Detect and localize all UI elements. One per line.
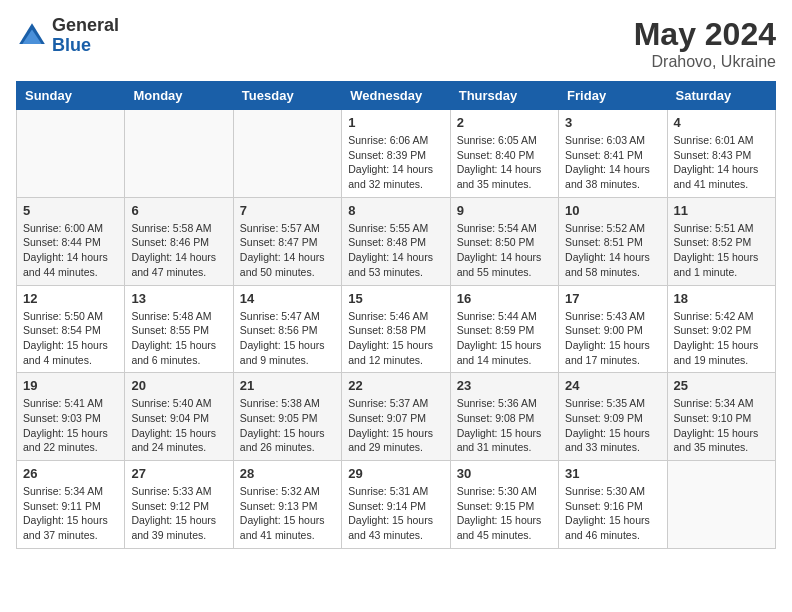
day-number: 3 bbox=[565, 115, 660, 130]
day-info: Sunrise: 5:32 AMSunset: 9:13 PMDaylight:… bbox=[240, 484, 335, 543]
calendar-cell: 4Sunrise: 6:01 AMSunset: 8:43 PMDaylight… bbox=[667, 110, 775, 198]
logo-text: General Blue bbox=[52, 16, 119, 56]
day-number: 23 bbox=[457, 378, 552, 393]
day-number: 27 bbox=[131, 466, 226, 481]
calendar-cell bbox=[233, 110, 341, 198]
calendar-cell: 11Sunrise: 5:51 AMSunset: 8:52 PMDayligh… bbox=[667, 197, 775, 285]
calendar-cell bbox=[667, 461, 775, 549]
day-info: Sunrise: 5:50 AMSunset: 8:54 PMDaylight:… bbox=[23, 309, 118, 368]
calendar-cell: 29Sunrise: 5:31 AMSunset: 9:14 PMDayligh… bbox=[342, 461, 450, 549]
logo-icon bbox=[16, 20, 48, 52]
day-info: Sunrise: 5:54 AMSunset: 8:50 PMDaylight:… bbox=[457, 221, 552, 280]
calendar-cell: 28Sunrise: 5:32 AMSunset: 9:13 PMDayligh… bbox=[233, 461, 341, 549]
day-number: 14 bbox=[240, 291, 335, 306]
calendar-cell: 18Sunrise: 5:42 AMSunset: 9:02 PMDayligh… bbox=[667, 285, 775, 373]
calendar-cell: 15Sunrise: 5:46 AMSunset: 8:58 PMDayligh… bbox=[342, 285, 450, 373]
logo-blue-text: Blue bbox=[52, 36, 119, 56]
calendar-cell: 22Sunrise: 5:37 AMSunset: 9:07 PMDayligh… bbox=[342, 373, 450, 461]
calendar-cell: 19Sunrise: 5:41 AMSunset: 9:03 PMDayligh… bbox=[17, 373, 125, 461]
day-number: 5 bbox=[23, 203, 118, 218]
day-number: 20 bbox=[131, 378, 226, 393]
day-info: Sunrise: 5:37 AMSunset: 9:07 PMDaylight:… bbox=[348, 396, 443, 455]
day-number: 11 bbox=[674, 203, 769, 218]
weekday-header-saturday: Saturday bbox=[667, 82, 775, 110]
day-number: 21 bbox=[240, 378, 335, 393]
day-info: Sunrise: 5:42 AMSunset: 9:02 PMDaylight:… bbox=[674, 309, 769, 368]
day-info: Sunrise: 5:48 AMSunset: 8:55 PMDaylight:… bbox=[131, 309, 226, 368]
day-info: Sunrise: 5:34 AMSunset: 9:11 PMDaylight:… bbox=[23, 484, 118, 543]
calendar-cell: 31Sunrise: 5:30 AMSunset: 9:16 PMDayligh… bbox=[559, 461, 667, 549]
calendar-cell: 25Sunrise: 5:34 AMSunset: 9:10 PMDayligh… bbox=[667, 373, 775, 461]
calendar-cell: 6Sunrise: 5:58 AMSunset: 8:46 PMDaylight… bbox=[125, 197, 233, 285]
day-info: Sunrise: 5:33 AMSunset: 9:12 PMDaylight:… bbox=[131, 484, 226, 543]
calendar-cell: 3Sunrise: 6:03 AMSunset: 8:41 PMDaylight… bbox=[559, 110, 667, 198]
day-number: 22 bbox=[348, 378, 443, 393]
day-info: Sunrise: 5:30 AMSunset: 9:15 PMDaylight:… bbox=[457, 484, 552, 543]
calendar-cell: 26Sunrise: 5:34 AMSunset: 9:11 PMDayligh… bbox=[17, 461, 125, 549]
day-number: 19 bbox=[23, 378, 118, 393]
day-number: 1 bbox=[348, 115, 443, 130]
calendar-cell: 10Sunrise: 5:52 AMSunset: 8:51 PMDayligh… bbox=[559, 197, 667, 285]
calendar-cell: 30Sunrise: 5:30 AMSunset: 9:15 PMDayligh… bbox=[450, 461, 558, 549]
day-info: Sunrise: 5:43 AMSunset: 9:00 PMDaylight:… bbox=[565, 309, 660, 368]
day-number: 29 bbox=[348, 466, 443, 481]
day-number: 17 bbox=[565, 291, 660, 306]
day-number: 8 bbox=[348, 203, 443, 218]
calendar-cell: 27Sunrise: 5:33 AMSunset: 9:12 PMDayligh… bbox=[125, 461, 233, 549]
day-info: Sunrise: 6:01 AMSunset: 8:43 PMDaylight:… bbox=[674, 133, 769, 192]
weekday-header-monday: Monday bbox=[125, 82, 233, 110]
calendar-cell: 21Sunrise: 5:38 AMSunset: 9:05 PMDayligh… bbox=[233, 373, 341, 461]
weekday-header-friday: Friday bbox=[559, 82, 667, 110]
calendar-week-row: 26Sunrise: 5:34 AMSunset: 9:11 PMDayligh… bbox=[17, 461, 776, 549]
calendar-table: SundayMondayTuesdayWednesdayThursdayFrid… bbox=[16, 81, 776, 549]
calendar-week-row: 1Sunrise: 6:06 AMSunset: 8:39 PMDaylight… bbox=[17, 110, 776, 198]
day-info: Sunrise: 5:44 AMSunset: 8:59 PMDaylight:… bbox=[457, 309, 552, 368]
calendar-cell: 9Sunrise: 5:54 AMSunset: 8:50 PMDaylight… bbox=[450, 197, 558, 285]
logo: General Blue bbox=[16, 16, 119, 56]
weekday-header-row: SundayMondayTuesdayWednesdayThursdayFrid… bbox=[17, 82, 776, 110]
day-info: Sunrise: 5:31 AMSunset: 9:14 PMDaylight:… bbox=[348, 484, 443, 543]
day-info: Sunrise: 5:36 AMSunset: 9:08 PMDaylight:… bbox=[457, 396, 552, 455]
day-info: Sunrise: 6:00 AMSunset: 8:44 PMDaylight:… bbox=[23, 221, 118, 280]
weekday-header-tuesday: Tuesday bbox=[233, 82, 341, 110]
calendar-title: May 2024 bbox=[634, 16, 776, 53]
calendar-cell bbox=[17, 110, 125, 198]
day-number: 30 bbox=[457, 466, 552, 481]
weekday-header-thursday: Thursday bbox=[450, 82, 558, 110]
day-info: Sunrise: 5:30 AMSunset: 9:16 PMDaylight:… bbox=[565, 484, 660, 543]
day-number: 26 bbox=[23, 466, 118, 481]
calendar-cell: 17Sunrise: 5:43 AMSunset: 9:00 PMDayligh… bbox=[559, 285, 667, 373]
day-number: 12 bbox=[23, 291, 118, 306]
day-number: 9 bbox=[457, 203, 552, 218]
logo-general-text: General bbox=[52, 16, 119, 36]
calendar-cell: 2Sunrise: 6:05 AMSunset: 8:40 PMDaylight… bbox=[450, 110, 558, 198]
calendar-cell: 24Sunrise: 5:35 AMSunset: 9:09 PMDayligh… bbox=[559, 373, 667, 461]
weekday-header-sunday: Sunday bbox=[17, 82, 125, 110]
day-number: 6 bbox=[131, 203, 226, 218]
day-info: Sunrise: 5:52 AMSunset: 8:51 PMDaylight:… bbox=[565, 221, 660, 280]
day-number: 10 bbox=[565, 203, 660, 218]
title-block: May 2024 Drahovo, Ukraine bbox=[634, 16, 776, 71]
day-info: Sunrise: 5:47 AMSunset: 8:56 PMDaylight:… bbox=[240, 309, 335, 368]
day-number: 4 bbox=[674, 115, 769, 130]
day-number: 18 bbox=[674, 291, 769, 306]
calendar-cell: 12Sunrise: 5:50 AMSunset: 8:54 PMDayligh… bbox=[17, 285, 125, 373]
day-info: Sunrise: 5:58 AMSunset: 8:46 PMDaylight:… bbox=[131, 221, 226, 280]
calendar-cell: 13Sunrise: 5:48 AMSunset: 8:55 PMDayligh… bbox=[125, 285, 233, 373]
calendar-cell: 23Sunrise: 5:36 AMSunset: 9:08 PMDayligh… bbox=[450, 373, 558, 461]
calendar-cell: 1Sunrise: 6:06 AMSunset: 8:39 PMDaylight… bbox=[342, 110, 450, 198]
calendar-cell: 14Sunrise: 5:47 AMSunset: 8:56 PMDayligh… bbox=[233, 285, 341, 373]
page-header: General Blue May 2024 Drahovo, Ukraine bbox=[16, 16, 776, 71]
calendar-cell: 20Sunrise: 5:40 AMSunset: 9:04 PMDayligh… bbox=[125, 373, 233, 461]
calendar-location: Drahovo, Ukraine bbox=[634, 53, 776, 71]
weekday-header-wednesday: Wednesday bbox=[342, 82, 450, 110]
day-number: 28 bbox=[240, 466, 335, 481]
calendar-cell: 7Sunrise: 5:57 AMSunset: 8:47 PMDaylight… bbox=[233, 197, 341, 285]
day-info: Sunrise: 6:06 AMSunset: 8:39 PMDaylight:… bbox=[348, 133, 443, 192]
day-number: 24 bbox=[565, 378, 660, 393]
day-info: Sunrise: 5:34 AMSunset: 9:10 PMDaylight:… bbox=[674, 396, 769, 455]
day-number: 2 bbox=[457, 115, 552, 130]
day-number: 31 bbox=[565, 466, 660, 481]
day-info: Sunrise: 5:57 AMSunset: 8:47 PMDaylight:… bbox=[240, 221, 335, 280]
calendar-cell: 16Sunrise: 5:44 AMSunset: 8:59 PMDayligh… bbox=[450, 285, 558, 373]
